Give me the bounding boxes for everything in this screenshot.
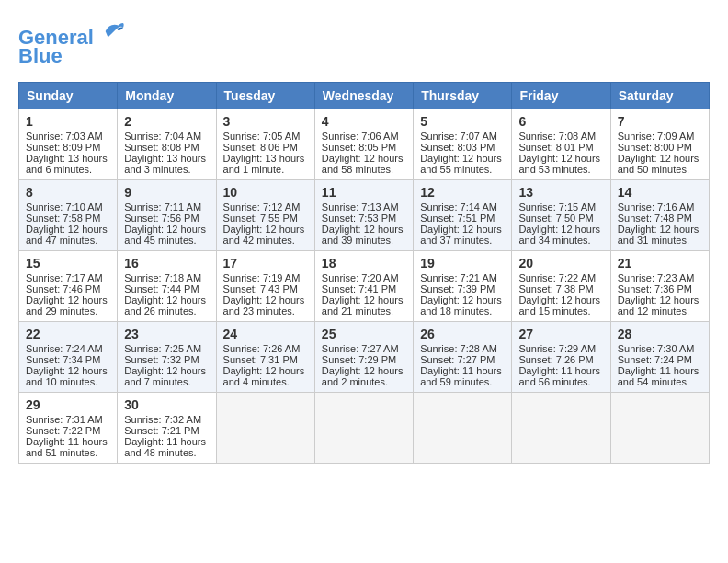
day-number: 10	[223, 185, 308, 200]
calendar-cell: 9 Sunrise: 7:11 AM Sunset: 7:56 PM Dayli…	[118, 180, 216, 251]
weekday-header-thursday: Thursday	[414, 83, 512, 109]
sunset-text: Sunset: 7:55 PM	[223, 213, 298, 224]
day-number: 23	[124, 327, 209, 341]
sunrise-text: Sunrise: 7:16 AM	[618, 201, 695, 213]
sunrise-text: Sunrise: 7:15 AM	[518, 201, 596, 213]
day-number: 7	[618, 114, 702, 129]
day-number: 24	[223, 327, 308, 341]
day-number: 18	[322, 256, 406, 270]
sunset-text: Sunset: 8:06 PM	[223, 142, 298, 153]
page-header: General Blue	[18, 18, 710, 67]
daylight-text: Daylight: 11 hours and 56 minutes.	[518, 365, 600, 387]
sunrise-text: Sunrise: 7:06 AM	[322, 131, 399, 142]
calendar-cell: 8 Sunrise: 7:10 AM Sunset: 7:58 PM Dayli…	[19, 180, 118, 251]
logo: General Blue	[18, 18, 127, 67]
calendar-cell	[414, 393, 512, 464]
sunset-text: Sunset: 7:51 PM	[420, 213, 495, 224]
daylight-text: Daylight: 12 hours and 45 minutes.	[124, 224, 206, 246]
calendar-cell: 30 Sunrise: 7:32 AM Sunset: 7:21 PM Dayl…	[118, 393, 216, 464]
calendar-cell: 3 Sunrise: 7:05 AM Sunset: 8:06 PM Dayli…	[216, 109, 314, 180]
sunset-text: Sunset: 8:08 PM	[124, 142, 199, 153]
day-number: 5	[420, 114, 505, 129]
daylight-text: Daylight: 12 hours and 47 minutes.	[26, 224, 108, 246]
daylight-text: Daylight: 12 hours and 50 minutes.	[618, 153, 700, 175]
sunset-text: Sunset: 7:31 PM	[223, 354, 298, 365]
daylight-text: Daylight: 13 hours and 1 minute.	[223, 153, 305, 175]
day-number: 27	[518, 327, 603, 341]
daylight-text: Daylight: 11 hours and 48 minutes.	[124, 436, 206, 458]
day-number: 22	[26, 327, 110, 341]
daylight-text: Daylight: 12 hours and 2 minutes.	[322, 365, 404, 387]
daylight-text: Daylight: 12 hours and 26 minutes.	[124, 294, 206, 316]
sunrise-text: Sunrise: 7:24 AM	[26, 343, 103, 354]
daylight-text: Daylight: 13 hours and 3 minutes.	[124, 153, 206, 175]
sunset-text: Sunset: 8:03 PM	[420, 142, 495, 153]
day-number: 19	[420, 256, 505, 270]
sunset-text: Sunset: 7:26 PM	[518, 354, 593, 365]
sunset-text: Sunset: 7:41 PM	[322, 283, 396, 294]
weekday-header-wednesday: Wednesday	[314, 83, 413, 109]
daylight-text: Daylight: 12 hours and 15 minutes.	[518, 294, 600, 316]
day-number: 9	[124, 185, 209, 200]
calendar-cell: 2 Sunrise: 7:04 AM Sunset: 8:08 PM Dayli…	[118, 109, 216, 180]
sunset-text: Sunset: 8:01 PM	[518, 142, 593, 153]
calendar-cell: 18 Sunrise: 7:20 AM Sunset: 7:41 PM Dayl…	[314, 251, 413, 322]
calendar-cell: 22 Sunrise: 7:24 AM Sunset: 7:34 PM Dayl…	[19, 322, 118, 393]
sunrise-text: Sunrise: 7:14 AM	[420, 201, 497, 213]
daylight-text: Daylight: 12 hours and 23 minutes.	[223, 294, 305, 316]
calendar-cell: 6 Sunrise: 7:08 AM Sunset: 8:01 PM Dayli…	[512, 109, 610, 180]
sunset-text: Sunset: 7:39 PM	[420, 283, 495, 294]
sunrise-text: Sunrise: 7:12 AM	[223, 201, 301, 213]
calendar-cell	[314, 393, 413, 464]
calendar-cell: 21 Sunrise: 7:23 AM Sunset: 7:36 PM Dayl…	[610, 251, 709, 322]
weekday-header-friday: Friday	[512, 83, 610, 109]
sunrise-text: Sunrise: 7:17 AM	[26, 272, 103, 283]
sunrise-text: Sunrise: 7:25 AM	[124, 343, 201, 354]
daylight-text: Daylight: 11 hours and 51 minutes.	[26, 436, 108, 458]
daylight-text: Daylight: 12 hours and 4 minutes.	[223, 365, 305, 387]
calendar-cell: 25 Sunrise: 7:27 AM Sunset: 7:29 PM Dayl…	[314, 322, 413, 393]
sunrise-text: Sunrise: 7:13 AM	[322, 201, 399, 213]
day-number: 11	[322, 185, 406, 200]
calendar-cell: 12 Sunrise: 7:14 AM Sunset: 7:51 PM Dayl…	[414, 180, 512, 251]
daylight-text: Daylight: 12 hours and 10 minutes.	[26, 365, 108, 387]
weekday-header-sunday: Sunday	[19, 83, 118, 109]
sunset-text: Sunset: 7:32 PM	[124, 354, 199, 365]
daylight-text: Daylight: 12 hours and 29 minutes.	[26, 294, 108, 316]
sunset-text: Sunset: 7:44 PM	[124, 283, 199, 294]
daylight-text: Daylight: 12 hours and 7 minutes.	[124, 365, 206, 387]
calendar-cell: 29 Sunrise: 7:31 AM Sunset: 7:22 PM Dayl…	[19, 393, 118, 464]
sunset-text: Sunset: 7:27 PM	[420, 354, 495, 365]
calendar-cell: 23 Sunrise: 7:25 AM Sunset: 7:32 PM Dayl…	[118, 322, 216, 393]
day-number: 28	[618, 327, 702, 341]
daylight-text: Daylight: 12 hours and 58 minutes.	[322, 153, 404, 175]
calendar-cell: 26 Sunrise: 7:28 AM Sunset: 7:27 PM Dayl…	[414, 322, 512, 393]
calendar-cell	[610, 393, 709, 464]
calendar-week-row: 22 Sunrise: 7:24 AM Sunset: 7:34 PM Dayl…	[19, 322, 710, 393]
calendar-cell: 15 Sunrise: 7:17 AM Sunset: 7:46 PM Dayl…	[19, 251, 118, 322]
daylight-text: Daylight: 12 hours and 12 minutes.	[618, 294, 700, 316]
daylight-text: Daylight: 12 hours and 55 minutes.	[420, 153, 502, 175]
sunrise-text: Sunrise: 7:20 AM	[322, 272, 399, 283]
sunset-text: Sunset: 8:05 PM	[322, 142, 396, 153]
sunset-text: Sunset: 7:34 PM	[26, 354, 100, 365]
calendar-cell	[512, 393, 610, 464]
day-number: 4	[322, 114, 406, 129]
sunset-text: Sunset: 7:38 PM	[518, 283, 593, 294]
calendar-cell	[216, 393, 314, 464]
sunrise-text: Sunrise: 7:30 AM	[618, 343, 695, 354]
day-number: 3	[223, 114, 308, 129]
calendar-week-row: 29 Sunrise: 7:31 AM Sunset: 7:22 PM Dayl…	[19, 393, 710, 464]
sunset-text: Sunset: 7:22 PM	[26, 425, 100, 436]
calendar-week-row: 15 Sunrise: 7:17 AM Sunset: 7:46 PM Dayl…	[19, 251, 710, 322]
sunrise-text: Sunrise: 7:19 AM	[223, 272, 301, 283]
daylight-text: Daylight: 13 hours and 6 minutes.	[26, 153, 108, 175]
sunrise-text: Sunrise: 7:05 AM	[223, 131, 301, 142]
sunset-text: Sunset: 7:36 PM	[618, 283, 692, 294]
sunrise-text: Sunrise: 7:26 AM	[223, 343, 301, 354]
calendar-cell: 17 Sunrise: 7:19 AM Sunset: 7:43 PM Dayl…	[216, 251, 314, 322]
sunrise-text: Sunrise: 7:18 AM	[124, 272, 201, 283]
sunset-text: Sunset: 7:58 PM	[26, 213, 100, 224]
calendar-cell: 27 Sunrise: 7:29 AM Sunset: 7:26 PM Dayl…	[512, 322, 610, 393]
sunrise-text: Sunrise: 7:32 AM	[124, 414, 201, 425]
